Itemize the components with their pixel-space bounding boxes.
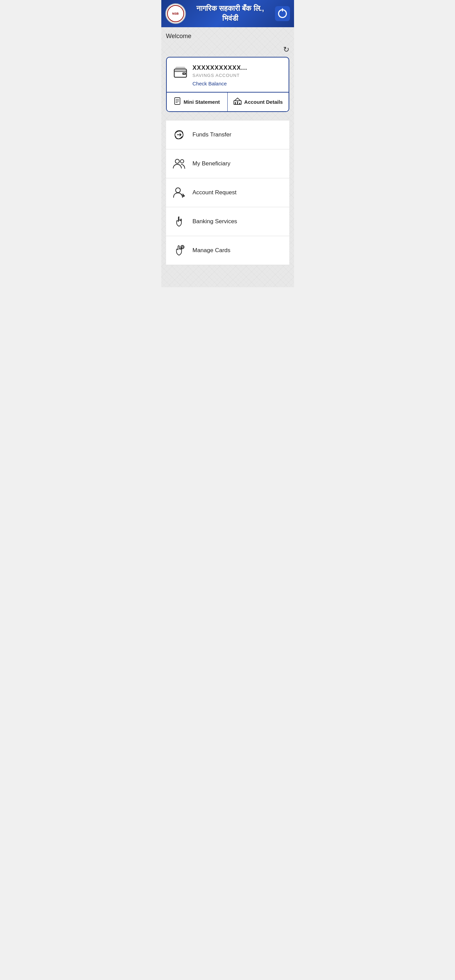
account-request-label: Account Request [192, 189, 237, 196]
account-card-buttons: Mini Statement Account Details [167, 92, 289, 111]
account-type: SAVINGS ACCOUNT [192, 73, 282, 78]
manage-cards-label: Manage Cards [192, 247, 231, 254]
menu-item-funds-transfer[interactable]: Funds Transfer [166, 120, 289, 150]
funds-transfer-icon [172, 128, 186, 142]
power-icon [278, 9, 287, 18]
check-balance-link[interactable]: Check Balance [192, 81, 282, 86]
account-details-icon [234, 97, 242, 107]
account-info: XXXXXXXXXXX... SAVINGS ACCOUNT Check Bal… [192, 64, 282, 86]
mini-statement-label: Mini Statement [183, 99, 220, 105]
power-button[interactable] [275, 6, 290, 21]
svg-point-17 [181, 245, 184, 249]
banking-services-label: Banking Services [192, 218, 237, 225]
svg-point-18 [181, 247, 183, 248]
account-card-top: XXXXXXXXXXX... SAVINGS ACCOUNT Check Bal… [167, 57, 289, 92]
wallet-icon [173, 65, 188, 80]
banking-services-icon [172, 215, 186, 228]
app-header: NSB नागरिक सहकारी बँक लि., भिवंडी [161, 0, 294, 27]
account-number: XXXXXXXXXXX... [192, 64, 282, 72]
menu-item-account-request[interactable]: Account Request [166, 178, 289, 207]
manage-cards-icon [172, 243, 186, 257]
svg-point-16 [176, 188, 180, 192]
mini-statement-icon [174, 97, 181, 107]
main-content: Welcome ↻ XXXXXXXXXXX... SAVINGS ACCOUNT… [161, 27, 294, 287]
bank-logo: NSB [165, 3, 186, 24]
account-request-icon [172, 186, 186, 199]
bank-title: नागरिक सहकारी बँक लि., भिवंडी [186, 4, 275, 23]
funds-transfer-label: Funds Transfer [192, 131, 231, 138]
account-details-label: Account Details [244, 99, 283, 105]
svg-rect-9 [235, 102, 236, 105]
mini-statement-button[interactable]: Mini Statement [167, 92, 228, 111]
my-beneficiary-label: My Beneficiary [192, 160, 231, 167]
refresh-icon[interactable]: ↻ [283, 45, 289, 54]
refresh-row: ↻ [166, 45, 289, 54]
svg-point-3 [183, 73, 185, 74]
menu-item-banking-services[interactable]: Banking Services [166, 207, 289, 236]
svg-point-15 [180, 159, 184, 163]
my-beneficiary-icon [172, 157, 186, 170]
menu-item-my-beneficiary[interactable]: My Beneficiary [166, 150, 289, 178]
logo-text: NSB [172, 12, 179, 15]
svg-rect-11 [239, 103, 240, 105]
welcome-text: Welcome [166, 33, 289, 40]
menu-item-manage-cards[interactable]: Manage Cards [166, 236, 289, 265]
account-card: XXXXXXXXXXX... SAVINGS ACCOUNT Check Bal… [166, 57, 289, 112]
svg-rect-10 [237, 102, 238, 105]
svg-point-14 [175, 159, 179, 163]
account-details-button[interactable]: Account Details [228, 92, 289, 111]
menu-list: Funds Transfer My Beneficiary [166, 120, 289, 265]
